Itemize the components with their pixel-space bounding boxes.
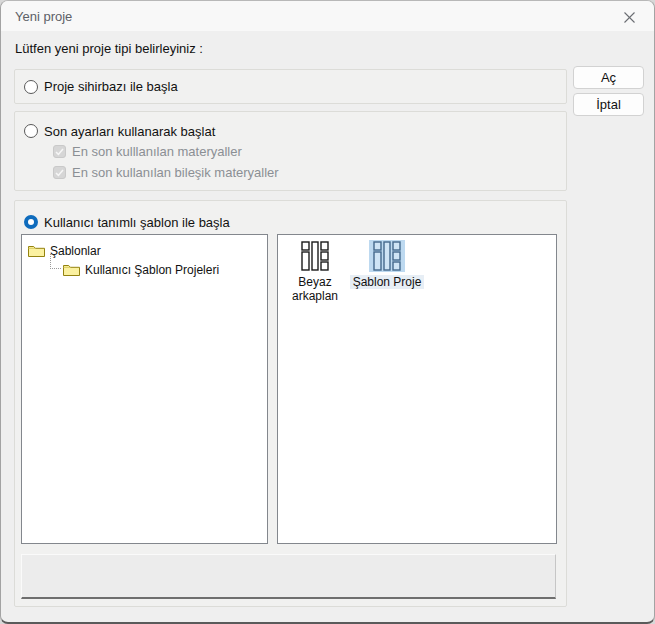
checkbox-last-materials: En son kulllanılan materyaller <box>53 141 566 162</box>
group-wizard: Proje sihirbazı ile başla <box>14 69 567 104</box>
template-icon-wrap-selected <box>369 240 405 272</box>
radio-label: Proje sihirbazı ile başla <box>44 79 178 94</box>
folder-tree: Şablonlar Kullanıcı Şablon Projeleri <box>22 235 267 279</box>
template-icon-wrap <box>297 240 333 272</box>
radio-label: Kullanıcı tanımlı şablon ile başla <box>44 215 230 230</box>
check-icon <box>55 169 64 177</box>
radio-option-last-settings[interactable]: Son ayarları kullanarak başlat <box>24 121 566 141</box>
template-item-sablon-proje[interactable]: Şablon Proje <box>346 240 428 289</box>
close-icon <box>623 11 636 24</box>
checkbox-icon <box>53 145 66 158</box>
title-bar[interactable]: Yeni proje <box>1 1 654 31</box>
group-user-template: Kullanıcı tanımlı şablon ile başla Şablo… <box>14 200 567 607</box>
folder-icon <box>63 263 80 276</box>
description-box <box>21 554 556 599</box>
radio-icon-selected[interactable] <box>24 215 38 229</box>
radio-option-user-template[interactable]: Kullanıcı tanımlı şablon ile başla <box>15 212 566 232</box>
checkbox-label: En son kulllanılan materyaller <box>72 144 242 159</box>
cancel-button[interactable]: İptal <box>573 93 644 116</box>
template-item-beyaz-arkaplan[interactable]: Beyaz arkaplan <box>286 240 344 303</box>
checkbox-label: En son kullanılan bileşik materyaller <box>72 165 279 180</box>
template-list-panel[interactable]: Beyaz arkaplan Şablon Proje <box>277 234 557 544</box>
radio-label: Son ayarları kullanarak başlat <box>44 124 215 139</box>
folder-icon <box>28 244 45 257</box>
template-label-selected: Şablon Proje <box>350 275 425 289</box>
radio-option-wizard[interactable]: Proje sihirbazı ile başla <box>24 77 178 97</box>
panel-layout-icon <box>301 241 329 271</box>
panel-layout-icon <box>373 241 401 271</box>
tree-connector <box>50 254 61 269</box>
close-button[interactable] <box>614 5 644 29</box>
template-label: Beyaz arkaplan <box>286 275 344 303</box>
radio-icon[interactable] <box>24 80 38 94</box>
new-project-dialog: Yeni proje Lütfen yeni proje tipi belirl… <box>0 0 655 624</box>
tree-item-child[interactable]: Kullanıcı Şablon Projeleri <box>63 260 263 279</box>
template-tree-panel[interactable]: Şablonlar Kullanıcı Şablon Projeleri <box>21 234 268 544</box>
radio-icon[interactable] <box>24 124 38 138</box>
open-button[interactable]: Aç <box>573 66 644 89</box>
window-title: Yeni proje <box>15 9 72 24</box>
checkbox-icon <box>53 166 66 179</box>
check-icon <box>55 148 64 156</box>
tree-item-root[interactable]: Şablonlar <box>28 241 263 260</box>
prompt-label: Lütfen yeni proje tipi belirleyiniz : <box>15 41 203 56</box>
tree-item-label: Kullanıcı Şablon Projeleri <box>85 263 219 277</box>
group-last-settings: Son ayarları kullanarak başlat En son ku… <box>14 111 567 191</box>
checkbox-last-composites: En son kullanılan bileşik materyaller <box>53 162 566 183</box>
